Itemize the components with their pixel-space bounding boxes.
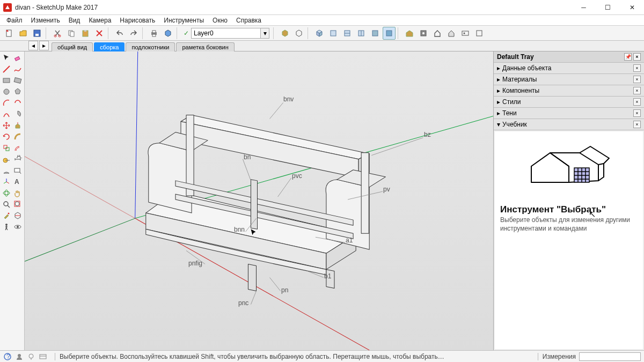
- menu-tools[interactable]: Инструменты: [159, 16, 208, 25]
- axes-tool-icon[interactable]: [1, 176, 12, 187]
- panel-close-icon[interactable]: ×: [633, 87, 641, 94]
- layer-selector[interactable]: ✓ ▾: [184, 27, 269, 39]
- orbit-tool-icon[interactable]: [1, 188, 12, 198]
- menu-view[interactable]: Вид: [64, 16, 85, 25]
- scale-tool-icon[interactable]: [1, 143, 12, 153]
- save-icon[interactable]: [31, 27, 43, 40]
- zoom-extents-tool-icon[interactable]: [12, 199, 23, 210]
- arc3-tool-icon[interactable]: [1, 109, 12, 120]
- top-view-icon[interactable]: [327, 27, 340, 40]
- redo-icon[interactable]: [127, 27, 140, 40]
- panel-materials[interactable]: ▸Материалы×: [494, 74, 644, 85]
- panel-close-icon[interactable]: ×: [633, 98, 641, 106]
- minimize-button[interactable]: ─: [572, 0, 596, 15]
- svg-rect-10: [152, 31, 156, 33]
- iso-view-icon[interactable]: [313, 27, 326, 40]
- tray-pin-icon[interactable]: 📌: [624, 53, 632, 61]
- left-view-icon[interactable]: [383, 27, 396, 40]
- select-tool-icon[interactable]: [1, 53, 12, 63]
- panel-close-icon[interactable]: ×: [633, 76, 641, 83]
- tape-tool-icon[interactable]: [1, 154, 12, 165]
- circle-tool-icon[interactable]: [1, 86, 12, 97]
- eraser-tool-icon[interactable]: [12, 53, 23, 63]
- scene-tab-3[interactable]: раметка боковин: [176, 42, 234, 51]
- print-icon[interactable]: [148, 27, 160, 40]
- close-button[interactable]: ✕: [620, 0, 644, 15]
- polygon-tool-icon[interactable]: [12, 86, 23, 97]
- panel-shadows[interactable]: ▸Тени×: [494, 108, 644, 119]
- followme-tool-icon[interactable]: [12, 131, 23, 142]
- rectangle-tool-icon[interactable]: [1, 75, 12, 86]
- home2-icon[interactable]: [445, 27, 458, 40]
- arc-tool-icon[interactable]: [1, 98, 12, 108]
- panel-close-icon[interactable]: ×: [633, 64, 641, 72]
- copy-icon[interactable]: [65, 27, 78, 40]
- panel-close-icon[interactable]: ×: [633, 121, 641, 128]
- status-credit-icon[interactable]: [39, 352, 47, 361]
- tray-close-icon[interactable]: ×: [633, 53, 641, 61]
- freehand-tool-icon[interactable]: [12, 64, 23, 75]
- group-icon[interactable]: [292, 27, 305, 40]
- panel-entity-info[interactable]: ▸Данные объекта×: [494, 63, 644, 73]
- menu-file[interactable]: Файл: [2, 16, 27, 25]
- rotate-tool-icon[interactable]: [1, 131, 12, 142]
- panel-components[interactable]: ▸Компоненты×: [494, 85, 644, 96]
- measurements-label: Измерения: [543, 353, 576, 360]
- walk-tool-icon[interactable]: [1, 221, 12, 232]
- home-icon[interactable]: [431, 27, 444, 40]
- viewport-3d[interactable]: bnv bz bn pvc pv bnn a1 pnfig b1 pnc pn: [25, 51, 494, 350]
- pie-tool-icon[interactable]: [12, 109, 23, 120]
- layer-dropdown-icon[interactable]: ▾: [261, 28, 269, 39]
- scene-tab-2[interactable]: подлокотники: [126, 42, 175, 51]
- model-info-icon[interactable]: [162, 27, 174, 40]
- scene-next-icon[interactable]: ▸: [39, 41, 49, 50]
- new-file-icon[interactable]: [3, 27, 16, 40]
- scene-prev-icon[interactable]: ◂: [28, 41, 38, 50]
- cube-icon[interactable]: [473, 27, 486, 40]
- pan-tool-icon[interactable]: [12, 188, 23, 198]
- move-tool-icon[interactable]: [1, 120, 12, 131]
- right-view-icon[interactable]: [355, 27, 368, 40]
- text-tool-icon[interactable]: [12, 165, 23, 176]
- undo-icon[interactable]: [113, 27, 126, 40]
- panel-instructor[interactable]: ▾Учебник×: [494, 119, 644, 130]
- tray-header[interactable]: Default Tray 📌 ×: [494, 51, 644, 63]
- status-user-icon[interactable]: [15, 352, 24, 361]
- paste-icon[interactable]: [79, 27, 92, 40]
- layer-input[interactable]: [191, 28, 261, 39]
- panel-close-icon[interactable]: ×: [633, 109, 641, 117]
- 3dtext-tool-icon[interactable]: A: [12, 176, 23, 187]
- menu-window[interactable]: Окно: [208, 16, 232, 25]
- menu-help[interactable]: Справка: [232, 16, 266, 25]
- measurements-input[interactable]: [579, 352, 641, 361]
- offset-tool-icon[interactable]: [12, 143, 23, 153]
- status-geo-icon[interactable]: [27, 352, 35, 361]
- open-icon[interactable]: [17, 27, 30, 40]
- zoom-tool-icon[interactable]: [1, 199, 12, 210]
- pushpull-tool-icon[interactable]: [12, 120, 23, 131]
- dimension-tool-icon[interactable]: A1: [12, 154, 23, 165]
- maximize-button[interactable]: ☐: [596, 0, 620, 15]
- menu-camera[interactable]: Камера: [84, 16, 115, 25]
- scene-tab-1[interactable]: сборка: [94, 42, 125, 51]
- warehouse-icon[interactable]: [403, 27, 416, 40]
- lookaround-tool-icon[interactable]: [12, 221, 23, 232]
- section-tool-icon[interactable]: [12, 210, 23, 221]
- menu-edit[interactable]: Изменить: [27, 16, 64, 25]
- extension-icon[interactable]: [417, 27, 430, 40]
- back-view-icon[interactable]: [369, 27, 382, 40]
- scene-icon[interactable]: [459, 27, 472, 40]
- paint-tool-icon[interactable]: [1, 210, 12, 221]
- rotated-rect-tool-icon[interactable]: [12, 75, 23, 86]
- protractor-tool-icon[interactable]: [1, 165, 12, 176]
- arc2-tool-icon[interactable]: [12, 98, 23, 108]
- status-help-icon[interactable]: ?: [3, 352, 12, 361]
- panel-styles[interactable]: ▸Стили×: [494, 97, 644, 107]
- line-tool-icon[interactable]: [1, 64, 12, 75]
- delete-icon[interactable]: [93, 27, 106, 40]
- scene-tab-0[interactable]: общий вид: [52, 42, 93, 51]
- component-icon[interactable]: [279, 27, 291, 40]
- cut-icon[interactable]: [51, 27, 64, 40]
- front-view-icon[interactable]: [341, 27, 354, 40]
- menu-draw[interactable]: Нарисовать: [115, 16, 159, 25]
